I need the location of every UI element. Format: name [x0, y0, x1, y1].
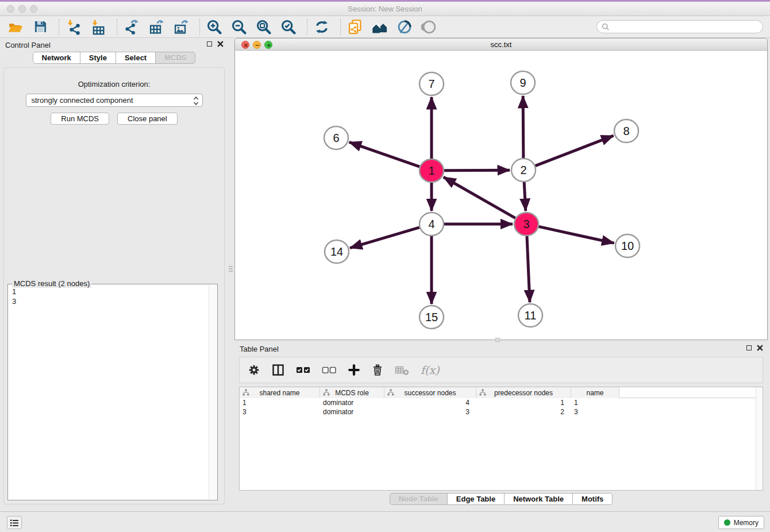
cell-name[interactable]: 3: [571, 407, 619, 417]
tab-motifs[interactable]: Motifs: [572, 493, 613, 505]
edge-1-6[interactable]: [349, 142, 419, 167]
import-table-icon[interactable]: [90, 18, 107, 36]
edge-1-2[interactable]: [444, 170, 510, 171]
refresh-layout-icon[interactable]: [313, 18, 330, 36]
network-window-titlebar[interactable]: scc.txt: [235, 38, 767, 51]
select-all-icon[interactable]: [296, 365, 311, 375]
tab-select[interactable]: Select: [116, 52, 156, 64]
status-bar: Memory: [0, 511, 770, 532]
node-6[interactable]: 6: [324, 126, 348, 149]
clone-network-icon[interactable]: [346, 18, 364, 36]
add-column-icon[interactable]: [348, 364, 360, 376]
memory-button[interactable]: Memory: [718, 516, 764, 529]
float-panel-icon[interactable]: [207, 41, 212, 47]
table-row[interactable]: 1dominator411: [240, 398, 763, 407]
deselect-all-icon[interactable]: [322, 365, 337, 375]
node-11[interactable]: 11: [518, 304, 542, 327]
zoom-out-icon[interactable]: [230, 18, 248, 36]
close-panel-icon[interactable]: [217, 41, 224, 47]
tab-node-table[interactable]: Node Table: [390, 493, 448, 505]
zoom-fit-icon[interactable]: [255, 18, 272, 36]
toolbar-separator: [340, 19, 341, 35]
mcds-result-node: 3: [12, 296, 205, 306]
cell-mcds-role[interactable]: dominator: [320, 407, 384, 417]
cell-shared-name[interactable]: 3: [240, 407, 320, 417]
task-history-button[interactable]: [7, 516, 22, 529]
save-session-icon[interactable]: [32, 18, 49, 36]
search-input[interactable]: [613, 23, 758, 31]
close-panel-button[interactable]: Close panel: [117, 113, 178, 125]
first-neighbors-icon[interactable]: [371, 18, 388, 36]
tab-mcds[interactable]: MCDS: [155, 52, 195, 64]
node-15[interactable]: 15: [419, 306, 444, 329]
node-10[interactable]: 10: [615, 234, 640, 257]
export-image-icon[interactable]: [172, 18, 190, 36]
edge-3-10[interactable]: [539, 226, 614, 243]
node-1[interactable]: 1: [419, 159, 444, 182]
zoom-in-icon[interactable]: [206, 18, 223, 36]
column-visibility-icon[interactable]: [271, 363, 285, 377]
vertical-splitter-handle[interactable]: [229, 265, 233, 274]
column-header-mcds-role[interactable]: MCDS role: [320, 387, 384, 398]
tab-network-table[interactable]: Network Table: [504, 493, 573, 505]
node-3[interactable]: 3: [514, 213, 538, 236]
column-header-predecessor-nodes[interactable]: predecessor nodes: [476, 387, 571, 398]
column-header-name[interactable]: name: [571, 387, 619, 398]
export-network-icon[interactable]: [123, 18, 140, 36]
horizontal-splitter-handle[interactable]: [495, 338, 500, 342]
edge-2-8[interactable]: [536, 136, 614, 165]
cell-shared-name[interactable]: 1: [240, 398, 320, 407]
delete-table-icon: [395, 364, 410, 376]
svg-text:8: 8: [623, 125, 629, 137]
tab-edge-table[interactable]: Edge Table: [447, 493, 505, 505]
tab-network[interactable]: Network: [33, 52, 80, 64]
node-2[interactable]: 2: [511, 159, 536, 182]
network-canvas[interactable]: 7968124314101511: [235, 51, 767, 340]
edge-2-9[interactable]: [523, 96, 523, 158]
delete-column-icon[interactable]: [371, 364, 384, 376]
node-14[interactable]: 14: [325, 240, 349, 263]
edge-2-3[interactable]: [524, 182, 526, 211]
svg-text:4: 4: [428, 218, 434, 230]
column-header-successor-nodes[interactable]: successor nodes: [384, 387, 476, 398]
run-mcds-button[interactable]: Run MCDS: [51, 113, 109, 125]
edge-3-11[interactable]: [527, 236, 530, 302]
node-4[interactable]: 4: [419, 213, 444, 236]
cell-successor-nodes[interactable]: 3: [384, 407, 476, 417]
show-hide-graphics-icon[interactable]: [421, 18, 438, 36]
table-panel-title: Table Panel: [240, 345, 279, 353]
edge-3-1[interactable]: [444, 177, 515, 218]
list-icon: [9, 518, 20, 527]
table-header-row: shared nameMCDS rolesuccessor nodesprede…: [240, 387, 763, 398]
float-panel-icon[interactable]: [746, 345, 752, 350]
tab-style[interactable]: Style: [80, 52, 116, 64]
table-row[interactable]: 3dominator323: [240, 407, 763, 417]
result-scrollbar[interactable]: [209, 285, 217, 499]
cell-predecessor-nodes[interactable]: 2: [476, 407, 571, 417]
network-view-window: scc.txt 7968124314101511: [234, 38, 768, 340]
cell-name[interactable]: 1: [571, 398, 619, 407]
column-header-shared-name[interactable]: shared name: [240, 387, 320, 398]
graphics-details-icon[interactable]: [396, 18, 413, 36]
close-panel-icon[interactable]: [757, 345, 763, 351]
node-8[interactable]: 8: [614, 119, 638, 142]
cell-mcds-role[interactable]: dominator: [320, 398, 384, 407]
svg-text:15: 15: [425, 311, 438, 323]
table-tabs: Node TableEdge TableNetwork TableMotifs: [234, 493, 768, 505]
cell-successor-nodes[interactable]: 4: [384, 398, 476, 407]
cell-predecessor-nodes[interactable]: 1: [476, 398, 571, 407]
edge-4-14[interactable]: [350, 228, 419, 248]
import-network-icon[interactable]: [65, 18, 82, 36]
node-7[interactable]: 7: [419, 72, 444, 95]
export-table-icon[interactable]: [148, 18, 165, 36]
open-session-icon[interactable]: [7, 18, 24, 36]
node-9[interactable]: 9: [511, 71, 535, 94]
zoom-selected-icon[interactable]: [280, 18, 297, 36]
table-options-icon[interactable]: [248, 364, 260, 376]
search-box[interactable]: [596, 20, 763, 33]
network-view-title: scc.txt: [235, 40, 767, 49]
criterion-dropdown[interactable]: strongly connected component: [26, 94, 203, 107]
table-scrollbar[interactable]: [756, 387, 763, 490]
window-title: Session: New Session: [0, 5, 770, 13]
mcds-result-values: 13: [9, 286, 208, 499]
